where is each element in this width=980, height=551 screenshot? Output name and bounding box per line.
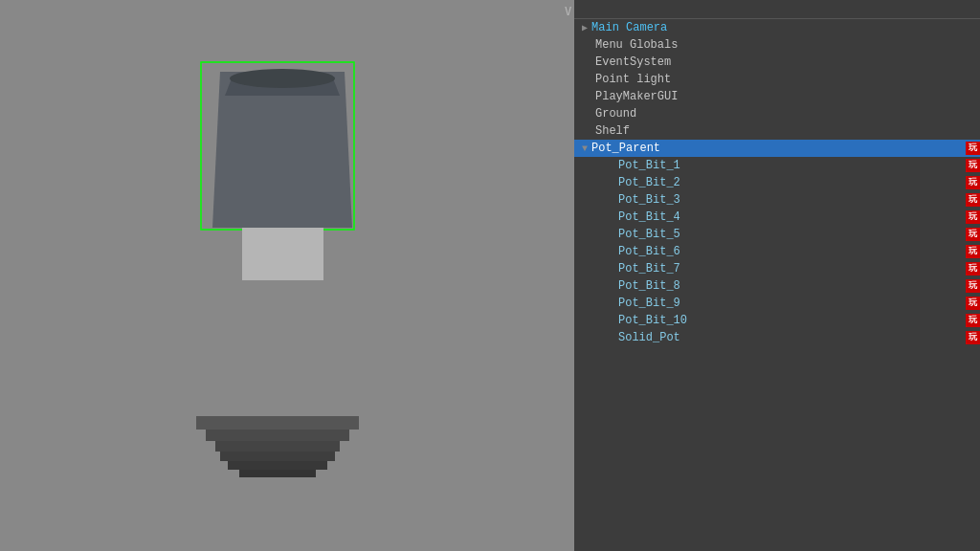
arrow-icon: ▼: [582, 143, 588, 154]
hierarchy-item-point-light[interactable]: Point light: [574, 71, 980, 88]
hierarchy-item-shelf[interactable]: Shelf: [574, 122, 980, 140]
hierarchy-panel: ▶Main CameraMenu GlobalsEventSystemPoint…: [574, 0, 980, 551]
svg-rect-7: [215, 441, 340, 452]
hierarchy-item-pot-bit-4[interactable]: Pot_Bit_4玩: [574, 209, 980, 226]
svg-point-3: [230, 69, 335, 88]
hierarchy-item-pot-bit-10[interactable]: Pot_Bit_10玩: [574, 312, 980, 329]
viewport-panel: V: [0, 0, 574, 551]
item-label-solid-pot: Solid_Pot: [618, 331, 966, 344]
item-label-ground: Ground: [595, 107, 980, 121]
item-label-pot-bit-8: Pot_Bit_8: [618, 279, 966, 293]
hierarchy-item-pot-bit-8[interactable]: Pot_Bit_8玩: [574, 277, 980, 295]
play-badge: 玩: [966, 262, 980, 276]
play-badge: 玩: [966, 210, 980, 224]
hierarchy-item-pot-bit-7[interactable]: Pot_Bit_7玩: [574, 260, 980, 277]
item-label-pot-bit-6: Pot_Bit_6: [618, 245, 966, 258]
item-label-point-light: Point light: [595, 73, 980, 86]
hierarchy-item-pot-bit-3[interactable]: Pot_Bit_3玩: [574, 191, 980, 209]
item-label-main-camera: Main Camera: [591, 21, 980, 34]
svg-rect-9: [228, 461, 327, 470]
hierarchy-item-pot-bit-1[interactable]: Pot_Bit_1玩: [574, 157, 980, 174]
play-badge: 玩: [966, 228, 980, 241]
play-badge: 玩: [966, 279, 980, 293]
item-label-menu-globals: Menu Globals: [595, 38, 980, 52]
item-label-pot-bit-9: Pot_Bit_9: [618, 297, 966, 310]
svg-rect-8: [220, 452, 335, 461]
svg-rect-4: [242, 228, 323, 280]
svg-marker-1: [212, 72, 352, 228]
hierarchy-list: ▶Main CameraMenu GlobalsEventSystemPoint…: [574, 19, 980, 346]
item-label-pot-bit-2: Pot_Bit_2: [618, 176, 966, 189]
item-label-playmaker-gui: PlayMakerGUI: [595, 90, 980, 103]
play-badge: 玩: [966, 245, 980, 258]
svg-rect-6: [206, 430, 349, 441]
item-label-pot-bit-1: Pot_Bit_1: [618, 159, 966, 172]
svg-rect-10: [239, 470, 316, 477]
item-label-pot-parent: Pot_Parent: [591, 142, 966, 155]
svg-rect-0: [201, 62, 354, 230]
item-label-shelf: Shelf: [595, 124, 980, 138]
arrow-icon: ▶: [582, 22, 588, 33]
hierarchy-item-main-camera[interactable]: ▶Main Camera: [574, 19, 980, 36]
svg-marker-2: [225, 78, 340, 96]
item-label-pot-bit-3: Pot_Bit_3: [618, 193, 966, 207]
hierarchy-item-pot-bit-5[interactable]: Pot_Bit_5玩: [574, 226, 980, 243]
hierarchy-item-solid-pot[interactable]: Solid_Pot玩: [574, 329, 980, 346]
hierarchy-item-pot-bit-2[interactable]: Pot_Bit_2玩: [574, 174, 980, 191]
hierarchy-item-menu-globals[interactable]: Menu Globals: [574, 36, 980, 54]
item-label-pot-bit-5: Pot_Bit_5: [618, 228, 966, 241]
play-badge: 玩: [966, 159, 980, 172]
hierarchy-item-pot-parent[interactable]: ▼Pot_Parent玩: [574, 140, 980, 157]
play-badge: 玩: [966, 297, 980, 310]
play-badge: 玩: [966, 176, 980, 189]
item-label-pot-bit-4: Pot_Bit_4: [618, 210, 966, 224]
hierarchy-item-pot-bit-6[interactable]: Pot_Bit_6玩: [574, 243, 980, 260]
hierarchy-item-pot-bit-9[interactable]: Pot_Bit_9玩: [574, 295, 980, 312]
play-badge: 玩: [966, 331, 980, 344]
item-label-pot-bit-10: Pot_Bit_10: [618, 314, 966, 327]
hierarchy-item-ground[interactable]: Ground: [574, 105, 980, 122]
hierarchy-header: [574, 0, 980, 19]
item-label-event-system: EventSystem: [595, 55, 980, 69]
play-badge: 玩: [966, 314, 980, 327]
svg-rect-5: [196, 416, 359, 430]
item-label-pot-bit-7: Pot_Bit_7: [618, 262, 966, 276]
play-badge: 玩: [966, 193, 980, 207]
svg-text:V: V: [565, 5, 571, 18]
play-badge: 玩: [966, 142, 980, 155]
hierarchy-item-playmaker-gui[interactable]: PlayMakerGUI: [574, 88, 980, 105]
hierarchy-item-event-system[interactable]: EventSystem: [574, 54, 980, 71]
